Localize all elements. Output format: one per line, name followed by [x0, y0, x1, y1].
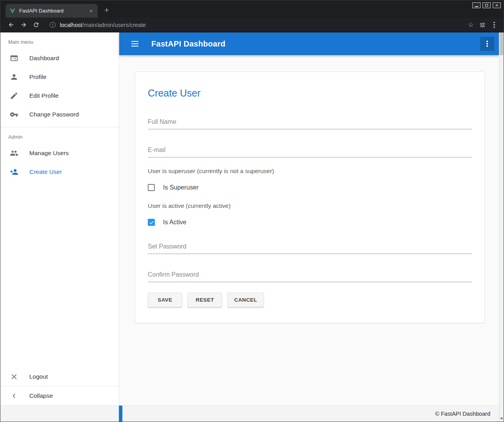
close-icon [10, 372, 18, 381]
sidebar-item-change-password[interactable]: Change Password [0, 105, 119, 124]
person-add-icon [10, 168, 18, 176]
window-close-button[interactable]: × [493, 2, 501, 8]
cancel-button[interactable]: CANCEL [228, 293, 264, 307]
email-field[interactable]: E-mail [148, 147, 472, 157]
sidebar-item-profile[interactable]: Profile [0, 68, 119, 86]
kebab-menu-icon [486, 43, 488, 45]
content-area: Create User Full Name E-mail User is sup… [119, 55, 499, 405]
sidebar-item-label: Logout [29, 373, 48, 380]
pencil-icon [10, 91, 18, 100]
tab-close-icon[interactable]: × [88, 7, 95, 14]
sidebar-spacer [0, 181, 119, 367]
kebab-menu-icon [493, 24, 495, 26]
confirm-password-label: Confirm Password [148, 271, 199, 278]
main-area: FastAPI Dashboard Create User Full Name … [119, 32, 499, 405]
footer-accent [119, 406, 122, 422]
vertical-scrollbar[interactable] [499, 32, 504, 422]
menu-toggle-button[interactable] [127, 36, 143, 52]
window-close-icon: × [495, 3, 498, 8]
page-title: Create User [148, 88, 472, 99]
scrollbar-down-arrow[interactable] [500, 418, 503, 420]
sidebar-item-edit-profile[interactable]: Edit Profile [0, 86, 119, 105]
sidebar-item-manage-users[interactable]: Manage Users [0, 144, 119, 163]
browser-tab[interactable]: FastAPI Dashboard × [5, 4, 98, 18]
is-active-checkbox[interactable] [148, 219, 155, 226]
sidebar-item-label: Change Password [29, 111, 79, 118]
is-superuser-label: Is Superuser [163, 184, 199, 191]
url-path: /main/admin/users/create [82, 22, 146, 28]
browser-menu-button[interactable] [489, 20, 500, 30]
minimize-button[interactable] [472, 2, 481, 8]
person-icon [10, 73, 18, 81]
key-icon [10, 110, 18, 119]
sidebar-section-main-menu: Main menu [0, 32, 119, 49]
set-password-field[interactable]: Set Password [148, 243, 472, 254]
tab-title: FastAPI Dashboard [19, 8, 84, 14]
is-active-label: Is Active [163, 219, 187, 226]
chevron-left-icon [10, 392, 18, 400]
url-text: localhost/main/admin/users/create [60, 22, 146, 28]
sidebar: Main menu Dashboard Profile Edit Profile… [0, 32, 119, 405]
sidebar-item-label: Create User [29, 168, 62, 175]
superuser-checkbox-row: Is Superuser [148, 184, 472, 191]
superuser-note: User is superuser (currently is not a su… [148, 168, 472, 175]
is-superuser-checkbox[interactable] [148, 184, 155, 191]
sidebar-item-logout[interactable]: Logout [0, 367, 119, 386]
back-button[interactable] [5, 19, 17, 31]
full-name-field[interactable]: Full Name [148, 118, 472, 129]
set-password-label: Set Password [148, 243, 187, 250]
people-icon [10, 149, 18, 157]
reload-button[interactable] [30, 19, 42, 31]
sidebar-item-label: Edit Profile [29, 92, 59, 99]
page-info-icon[interactable]: i [50, 22, 56, 28]
create-user-card: Create User Full Name E-mail User is sup… [135, 72, 485, 323]
reset-button[interactable]: RESET [188, 293, 222, 307]
sidebar-item-label: Dashboard [29, 55, 59, 62]
app-bar: FastAPI Dashboard [119, 32, 499, 55]
sidebar-item-dashboard[interactable]: Dashboard [0, 49, 119, 68]
bookmark-star-icon[interactable]: ☆ [465, 21, 476, 29]
appbar-title: FastAPI Dashboard [151, 39, 480, 48]
appbar-menu-button[interactable] [480, 37, 494, 51]
extensions-icon [479, 22, 486, 28]
app-footer: © FastAPI Dashboard [0, 405, 504, 422]
confirm-password-field[interactable]: Confirm Password [148, 271, 472, 282]
hamburger-icon [131, 43, 138, 44]
tab-strip: FastAPI Dashboard × + × [0, 0, 504, 18]
sidebar-item-collapse[interactable]: Collapse [0, 386, 119, 405]
active-note: User is active (currently active) [148, 202, 472, 209]
scrollbar-thumb[interactable] [500, 32, 503, 55]
reload-icon [33, 21, 39, 28]
sidebar-section-admin: Admin [0, 127, 119, 144]
sidebar-item-label: Profile [29, 73, 47, 80]
sidebar-item-create-user[interactable]: Create User [0, 163, 119, 181]
active-checkbox-row: Is Active [148, 219, 472, 226]
extensions-button[interactable] [477, 20, 488, 30]
sidebar-item-label: Collapse [29, 392, 53, 399]
vue-logo-icon [9, 8, 16, 14]
maximize-button[interactable] [482, 2, 491, 8]
full-name-label: Full Name [148, 118, 176, 125]
save-button[interactable]: SAVE [148, 293, 182, 307]
window-controls: × [472, 2, 501, 8]
copyright-text: © FastAPI Dashboard [435, 411, 490, 417]
maximize-icon [485, 4, 488, 7]
back-arrow-icon [8, 21, 14, 28]
address-bar[interactable]: i localhost/main/admin/users/create [45, 19, 462, 31]
form-buttons: SAVE RESET CANCEL [148, 293, 472, 307]
forward-button[interactable] [18, 19, 29, 31]
forward-arrow-icon [20, 21, 27, 28]
sidebar-item-label: Manage Users [29, 150, 69, 157]
browser-toolbar: i localhost/main/admin/users/create ☆ [0, 18, 504, 32]
browser-window: FastAPI Dashboard × + × i localhost/main… [0, 0, 504, 422]
page: Main menu Dashboard Profile Edit Profile… [0, 32, 504, 422]
dashboard-icon [10, 54, 18, 63]
check-icon [149, 220, 154, 225]
email-label: E-mail [148, 147, 165, 153]
minimize-icon [475, 6, 478, 7]
url-host: localhost [60, 22, 82, 28]
new-tab-button[interactable]: + [101, 5, 113, 16]
